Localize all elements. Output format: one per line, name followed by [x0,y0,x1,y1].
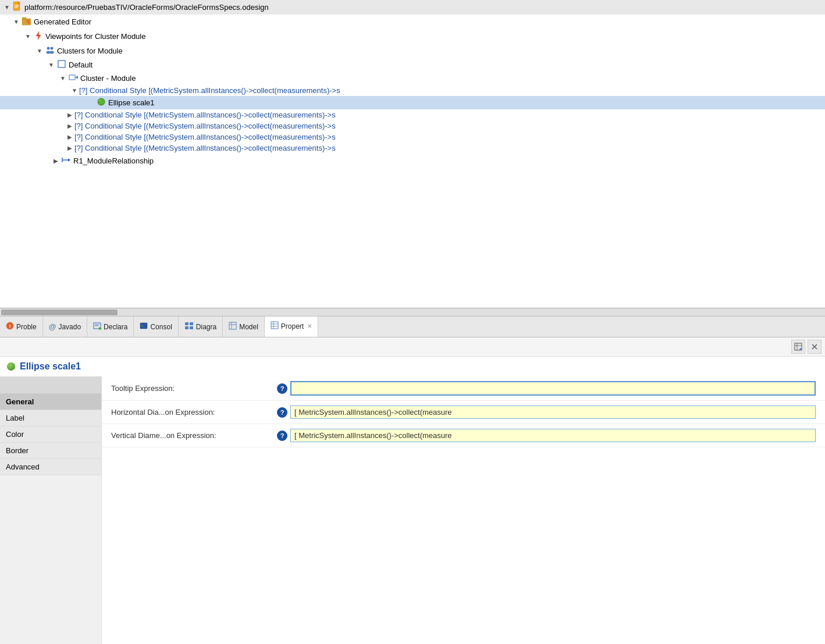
ellipse-arrow [86,99,95,106]
ellipse-icon [95,97,107,108]
cond5-arrow[interactable]: ▶ [65,145,74,151]
svg-rect-6 [22,17,26,19]
scrollbar-thumb[interactable] [1,309,118,315]
props-toolbar-btn1[interactable] [791,340,805,354]
gen-editor-label: Generated Editor [34,17,91,26]
cond2-arrow[interactable]: ▶ [65,112,74,118]
tree-item-cond2[interactable]: ▶ [?] Conditional Style [(MetricSystem.a… [0,109,825,120]
cond5-label: [?] Conditional Style [(MetricSystem.all… [74,144,336,152]
props-category-color[interactable]: Color [0,426,101,443]
tree-item-cond3[interactable]: ▶ [?] Conditional Style [(MetricSystem.a… [0,120,825,131]
tree-item-r1[interactable]: ▶ R1_ModuleRelationship [0,154,825,168]
svg-point-18 [99,100,101,102]
tab-console[interactable]: >_ Consol [134,316,178,337]
svg-rect-38 [271,322,278,329]
viewpoints-icon [33,30,44,42]
tab-bar: ! Proble @ Javado + Declara >_ Consol [0,316,825,337]
svg-rect-33 [185,326,189,329]
tab-declarations[interactable]: + Declara [87,316,134,337]
tree-item-cond1[interactable]: ▼ [?] Conditional Style [(MetricSystem.a… [0,85,825,96]
tree-item-ellipse-scale1[interactable]: Ellipse scale1 [0,96,825,109]
cluster-module-arrow[interactable]: ▼ [58,75,67,81]
props-category-advanced[interactable]: Advanced [0,459,101,475]
tree-item-cond5[interactable]: ▶ [?] Conditional Style [(MetricSystem.a… [0,143,825,154]
tab-declarations-label: Declara [104,323,127,331]
tab-diagrams[interactable]: Diagra [179,316,223,337]
props-title-dot [7,362,15,371]
default-arrow[interactable]: ▼ [47,62,56,68]
clusters-label: Clusters for Module [57,47,123,55]
tab-properties-close[interactable]: ✕ [307,323,312,329]
props-sidebar: General Label Color Border Advanced [0,376,102,644]
tab-problems[interactable]: ! Proble [0,316,43,337]
tooltip-help-icon[interactable]: ? [277,383,287,394]
tree-item-viewpoints[interactable]: ▼ Viewpoints for Cluster Module [0,29,825,44]
svg-marker-15 [75,76,78,79]
r1-label: R1_ModuleRelationship [73,156,154,165]
svg-rect-32 [190,322,193,325]
tab-properties[interactable]: Propert ✕ [265,316,318,337]
tree-item-gen-editor[interactable]: ▼ Generated Editor [0,15,825,29]
cond3-arrow[interactable]: ▶ [65,123,74,129]
horizontal-scrollbar[interactable] [0,308,825,316]
cond2-label: [?] Conditional Style [(MetricSystem.all… [74,111,336,119]
gen-editor-arrow[interactable]: ▼ [12,19,21,25]
svg-point-12 [50,51,54,54]
tab-javadoc[interactable]: @ Javado [43,316,87,337]
svg-point-9 [47,47,50,50]
cond1-arrow[interactable]: ▼ [70,87,79,94]
tree-item-cluster-module[interactable]: ▼ Cluster - Module [0,72,825,85]
properties-icon [271,321,279,331]
ellipse-label: Ellipse scale1 [108,98,155,107]
viewpoints-label: Viewpoints for Cluster Module [45,32,145,41]
props-title: Ellipse scale1 [20,361,81,372]
prop-row-tooltip: Tooltip Expression: ? [102,376,825,401]
root-label: platform:/resource/PruebasTIV/OracleForm… [24,3,269,12]
prop-value-horizontal[interactable]: [ MetricSystem.allInstances()->collect(m… [290,405,816,419]
properties-panel: Ellipse scale1 General Label Color Borde… [0,337,825,644]
cond4-label: [?] Conditional Style [(MetricSystem.all… [74,133,336,141]
svg-rect-13 [58,61,65,67]
props-category-border[interactable]: Border [0,443,101,459]
svg-marker-8 [36,31,41,40]
svg-text:>_: >_ [141,323,146,328]
prop-help-tooltip: ? [274,383,290,394]
props-category-general[interactable]: General [0,394,101,410]
tab-console-label: Consol [150,323,172,331]
r1-arrow[interactable]: ▶ [51,158,61,164]
svg-rect-31 [185,322,189,325]
tree-item-clusters[interactable]: ▼ Clusters for Module [0,44,825,58]
viewpoints-arrow[interactable]: ▼ [23,33,33,40]
props-sidebar-top [0,376,101,394]
tab-javadoc-label: Javado [58,323,81,331]
vertical-help-icon[interactable]: ? [277,430,287,441]
cond4-arrow[interactable]: ▶ [65,134,74,140]
root-icon [12,1,23,13]
tab-model-label: Model [239,323,258,331]
tab-model[interactable]: Model [223,316,265,337]
cluster-module-icon [67,73,79,84]
horizontal-help-icon[interactable]: ? [277,407,287,418]
props-toolbar [0,337,825,357]
tree-item-default[interactable]: ▼ Default [0,58,825,72]
tab-properties-label: Propert [281,322,304,330]
svg-point-17 [98,98,105,105]
props-category-label[interactable]: Label [0,410,101,426]
prop-value-vertical[interactable]: [ MetricSystem.allInstances()->collect(m… [290,429,816,442]
cond1-label: [?] Conditional Style [(MetricSystem.all… [79,86,340,95]
props-content: General Label Color Border Advanced Tool… [0,376,825,644]
props-toolbar-btn2[interactable] [808,340,822,354]
tree-root[interactable]: ▼ platform:/resource/PruebasTIV/OracleFo… [0,0,825,15]
javadoc-icon: @ [49,322,56,331]
console-icon: >_ [140,322,148,332]
clusters-icon [44,45,56,57]
tree-item-cond4[interactable]: ▶ [?] Conditional Style [(MetricSystem.a… [0,131,825,143]
gen-editor-icon [21,16,33,28]
prop-input-tooltip[interactable] [290,381,816,396]
prop-label-horizontal: Horizontal Dia...on Expression: [111,408,274,417]
cluster-module-label: Cluster - Module [80,74,136,83]
clusters-arrow[interactable]: ▼ [35,48,44,54]
diagrams-icon [184,322,194,332]
model-icon [229,322,237,332]
root-arrow[interactable]: ▼ [2,4,12,10]
